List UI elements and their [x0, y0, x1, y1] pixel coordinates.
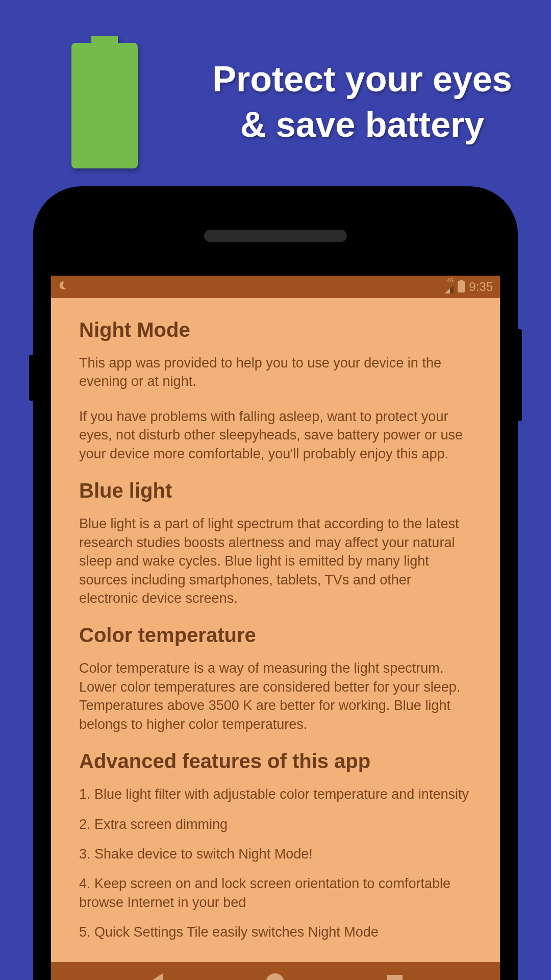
signal-icon: [444, 283, 454, 296]
feature-item: 4. Keep screen on and lock screen orient…: [79, 874, 472, 912]
back-button[interactable]: [148, 973, 163, 980]
marketing-header: Protect your eyes & save battery: [0, 0, 551, 189]
feature-item: 2. Extra screen dimming: [79, 815, 472, 834]
marketing-headline: Protect your eyes & save battery: [199, 57, 525, 148]
para-intro-2: If you have problems with falling asleep…: [79, 407, 472, 463]
phone-side-button-left: [29, 355, 33, 401]
heading-color-temp: Color temperature: [79, 624, 472, 647]
phone-screen: 4G 9:35 Night Mode This app was provided…: [51, 276, 500, 980]
recent-apps-button[interactable]: [387, 975, 403, 980]
feature-item: 1. Blue light filter with adjustable col…: [79, 785, 472, 803]
feature-item: 5. Quick Settings Tile easily switches N…: [79, 923, 472, 941]
heading-blue-light: Blue light: [79, 479, 472, 502]
status-battery-icon: [458, 281, 465, 292]
network-label: 4G: [447, 278, 454, 283]
status-left: [58, 280, 444, 294]
navigation-bar: [51, 962, 500, 980]
heading-features: Advanced features of this app: [79, 750, 472, 773]
status-right: 4G 9:35: [444, 278, 493, 296]
signal-indicator: 4G: [444, 278, 454, 296]
heading-night-mode: Night Mode: [79, 318, 472, 341]
status-time: 9:35: [469, 280, 493, 294]
battery-icon: [71, 36, 138, 168]
phone-speaker: [204, 230, 347, 242]
para-intro-1: This app was provided to help you to use…: [79, 354, 472, 391]
status-bar: 4G 9:35: [51, 276, 500, 298]
para-color-temp: Color temperature is a way of measuring …: [79, 659, 472, 733]
app-content[interactable]: Night Mode This app was provided to help…: [51, 298, 500, 963]
moon-icon: [58, 280, 69, 294]
phone-mockup: 4G 9:35 Night Mode This app was provided…: [33, 186, 518, 980]
feature-item: 3. Shake device to switch Night Mode!: [79, 845, 472, 863]
home-button[interactable]: [266, 973, 284, 980]
phone-side-button-right: [518, 329, 522, 421]
para-blue-light: Blue light is a part of light spectrum t…: [79, 514, 472, 607]
